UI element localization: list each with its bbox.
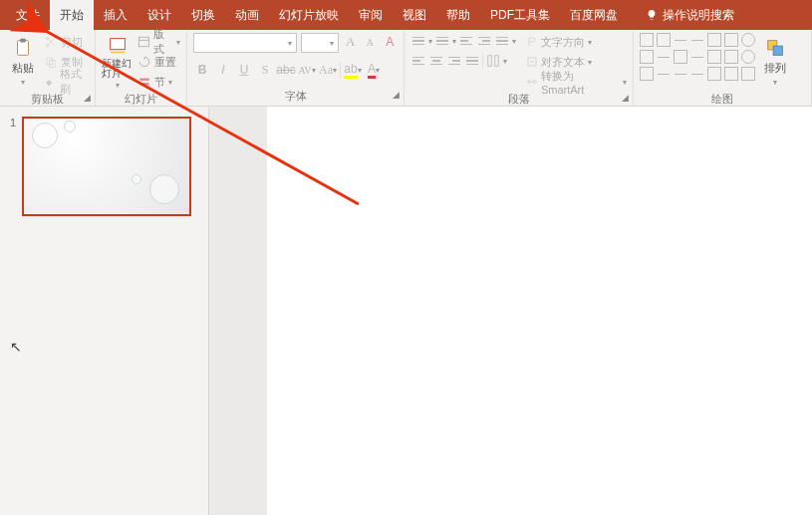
svg-rect-10 (139, 79, 148, 81)
shape-curve-icon (674, 67, 687, 81)
tab-slideshow[interactable]: 幻灯片放映 (269, 0, 349, 30)
indent-inc-button[interactable] (476, 33, 492, 49)
svg-rect-7 (111, 51, 126, 53)
font-size-combo[interactable]: ▾ (301, 33, 339, 53)
text-direction-label: 文字方向 (541, 35, 585, 50)
font-color-button[interactable]: A▾ (365, 61, 383, 79)
bold-button[interactable]: B (193, 61, 211, 79)
shape-oval-icon (741, 33, 755, 47)
svg-rect-0 (18, 41, 29, 56)
indent-dec-button[interactable] (458, 33, 474, 49)
columns-button[interactable] (485, 53, 501, 69)
spacing-button[interactable]: AV▾ (298, 61, 316, 79)
arrange-button[interactable]: 排列 ▾ (759, 33, 791, 91)
case-button[interactable]: Aa▾ (319, 61, 337, 79)
new-slide-button[interactable]: 新建幻灯片 ▾ (102, 33, 134, 91)
paste-button[interactable]: 粘贴 ▾ (6, 33, 40, 91)
new-slide-label: 新建幻灯片 (102, 59, 134, 79)
shrink-font-button[interactable]: A (363, 33, 379, 51)
clipboard-icon (12, 37, 34, 59)
numbering-button[interactable] (434, 33, 450, 49)
layout-button[interactable]: 版式▾ (137, 33, 180, 51)
dialog-launcher-icon[interactable]: ◢ (622, 93, 629, 103)
text-direction-button[interactable]: 文字方向▾ (526, 33, 627, 51)
format-painter-button[interactable]: 格式刷 (44, 73, 89, 91)
group-label-paragraph: 段落 ◢ (410, 91, 627, 107)
align-center-button[interactable] (428, 53, 444, 69)
svg-rect-12 (488, 56, 492, 67)
shape-hex-icon (640, 67, 654, 81)
font-name-combo[interactable]: ▾ (193, 33, 297, 53)
group-label-slides: 幻灯片 (102, 91, 180, 107)
reset-button[interactable]: 重置 (137, 53, 180, 71)
highlight-button[interactable]: ab▾ (344, 61, 362, 79)
shape-connector-icon (690, 50, 704, 64)
tab-home[interactable]: 开始 (50, 0, 94, 30)
cut-label: 剪切 (61, 35, 83, 50)
tab-animations[interactable]: 动画 (225, 0, 269, 30)
bubble-decoration (64, 121, 76, 132)
tab-view[interactable]: 视图 (393, 0, 436, 30)
tab-file[interactable]: 文件 (6, 0, 50, 30)
shape-oval-icon (741, 50, 755, 64)
tab-review[interactable]: 审阅 (349, 0, 393, 30)
arrange-icon (764, 37, 786, 59)
group-clipboard: 粘贴 ▾ 剪切 复制 格式刷 剪贴板 ◢ (0, 30, 96, 106)
shape-rect-icon (640, 33, 654, 47)
svg-rect-4 (47, 58, 53, 65)
bubble-decoration (149, 174, 179, 204)
slide-canvas[interactable] (267, 107, 812, 515)
separator (482, 53, 483, 69)
shape-line-icon (657, 67, 671, 81)
group-slides: 新建幻灯片 ▾ 版式▾ 重置 节▾ 幻灯片 (96, 30, 187, 106)
svg-point-17 (533, 81, 536, 84)
shape-rect-icon (707, 33, 721, 47)
clear-format-button[interactable]: A (382, 33, 398, 51)
shape-callout-icon (707, 67, 721, 81)
justify-button[interactable] (464, 53, 480, 69)
chevron-down-icon: ▾ (116, 81, 120, 90)
svg-rect-13 (495, 56, 499, 67)
workspace: 1 (0, 107, 812, 515)
tab-transitions[interactable]: 切换 (181, 0, 225, 30)
layout-icon (137, 35, 150, 49)
shape-star-icon (724, 67, 738, 81)
section-button[interactable]: 节▾ (137, 73, 180, 91)
strike-button[interactable]: abc (277, 61, 295, 79)
tab-help[interactable]: 帮助 (436, 0, 480, 30)
svg-rect-1 (20, 39, 26, 43)
tab-insert[interactable]: 插入 (94, 0, 137, 30)
shape-triangle-icon (640, 50, 654, 64)
smartart-button[interactable]: 转换为 SmartArt▾ (526, 73, 627, 91)
slide-thumbnail-1[interactable] (22, 117, 191, 216)
lightbulb-icon (646, 9, 658, 21)
tab-pdftools[interactable]: PDF工具集 (480, 0, 560, 30)
scissors-icon (44, 35, 58, 49)
grow-font-button[interactable]: A (343, 33, 359, 51)
align-right-button[interactable] (446, 53, 462, 69)
group-label-font: 字体 ◢ (193, 88, 398, 104)
dialog-launcher-icon[interactable]: ◢ (84, 93, 91, 103)
underline-button[interactable]: U (235, 61, 253, 79)
chevron-down-icon: ▾ (288, 39, 292, 48)
separator (340, 62, 341, 78)
bullets-button[interactable] (410, 33, 426, 49)
align-left-button[interactable] (410, 53, 426, 69)
shadow-button[interactable]: S (256, 61, 274, 79)
mouse-cursor-icon: ↖ (10, 339, 22, 355)
line-spacing-button[interactable] (494, 33, 510, 49)
dialog-launcher-icon[interactable]: ◢ (393, 90, 400, 100)
align-text-label: 对齐文本 (541, 55, 585, 70)
ribbon: 粘贴 ▾ 剪切 复制 格式刷 剪贴板 ◢ (0, 30, 812, 107)
slide-thumbnail-pane[interactable]: 1 (0, 107, 209, 515)
italic-button[interactable]: I (214, 61, 232, 79)
group-drawing: 排列 ▾ 绘图 (634, 30, 812, 106)
tab-baidu[interactable]: 百度网盘 (560, 0, 628, 30)
tab-design[interactable]: 设计 (137, 0, 181, 30)
group-paragraph: ▾ ▾ ▾ ▾ 文字方向▾ (405, 30, 634, 106)
tell-me-search[interactable]: 操作说明搜索 (636, 0, 744, 30)
shapes-gallery[interactable] (640, 33, 755, 81)
cut-button[interactable]: 剪切 (44, 33, 89, 51)
section-icon (137, 75, 151, 89)
section-label: 节 (154, 75, 165, 90)
